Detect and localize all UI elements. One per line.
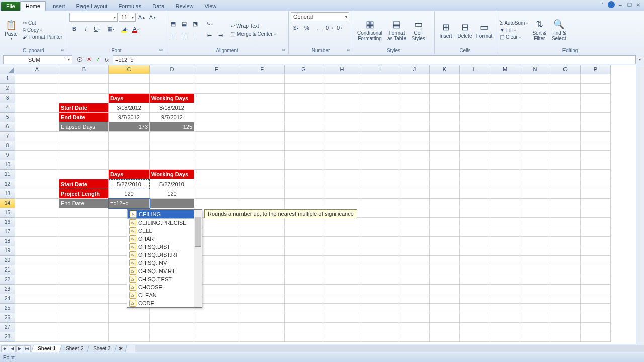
col-header-M[interactable]: M (490, 65, 520, 74)
cell-A23[interactable] (15, 285, 59, 294)
cell-J2[interactable] (399, 84, 430, 94)
cell-A25[interactable] (15, 304, 59, 313)
cell-F3[interactable] (239, 94, 285, 103)
cell-J17[interactable] (399, 227, 430, 237)
cell-F8[interactable] (239, 141, 285, 151)
cell-N15[interactable] (520, 208, 550, 218)
cell-N8[interactable] (520, 141, 550, 151)
cell-H10[interactable] (323, 160, 361, 170)
cell-K10[interactable] (430, 160, 460, 170)
row-header-23[interactable]: 23 (0, 285, 15, 294)
cell-A17[interactable] (15, 227, 59, 237)
cell-H21[interactable] (323, 265, 361, 275)
cell-L16[interactable] (460, 218, 490, 227)
name-box-dropdown[interactable]: ▾ (65, 57, 72, 62)
cell-A2[interactable] (15, 84, 59, 94)
cell-O13[interactable] (550, 189, 581, 199)
cell-K24[interactable] (430, 294, 460, 304)
cell-J3[interactable] (399, 94, 430, 103)
cell-P12[interactable] (581, 179, 611, 189)
cell-E26[interactable] (194, 313, 239, 323)
col-header-N[interactable]: N (520, 65, 550, 74)
row-header-11[interactable]: 11 (0, 170, 15, 179)
cell-B7[interactable] (59, 132, 109, 141)
row-header-19[interactable]: 19 (0, 246, 15, 256)
cell-O24[interactable] (550, 294, 581, 304)
cell-C11[interactable]: Days (109, 170, 150, 179)
cell-H27[interactable] (323, 323, 361, 332)
cell-B15[interactable] (59, 208, 109, 218)
cell-B27[interactable] (59, 323, 109, 332)
cell-B8[interactable] (59, 141, 109, 151)
cell-L19[interactable] (460, 246, 490, 256)
cell-H6[interactable] (323, 122, 361, 132)
cell-B16[interactable] (59, 218, 109, 227)
cell-O26[interactable] (550, 313, 581, 323)
cell-H2[interactable] (323, 84, 361, 94)
cell-I19[interactable] (361, 246, 399, 256)
format-as-table-button[interactable]: ▤Formatas Table (385, 17, 408, 42)
cell-L26[interactable] (460, 313, 490, 323)
row-header-3[interactable]: 3 (0, 94, 15, 103)
cell-B21[interactable] (59, 265, 109, 275)
sheet-nav-next[interactable]: ▶ (16, 345, 23, 352)
cell-C7[interactable] (109, 132, 150, 141)
autocomplete-item[interactable]: fxCHISQ.INV.RT (127, 267, 202, 275)
cell-P5[interactable] (581, 113, 611, 122)
tab-formulas[interactable]: Formulas (113, 1, 147, 11)
format-cells-button[interactable]: ▭Format (475, 20, 494, 40)
autocomplete-item[interactable]: fxCELL (127, 227, 202, 235)
cell-N2[interactable] (520, 84, 550, 94)
cell-O8[interactable] (550, 141, 581, 151)
cell-F27[interactable] (239, 323, 285, 332)
cell-A6[interactable] (15, 122, 59, 132)
cell-D7[interactable] (150, 132, 194, 141)
col-header-O[interactable]: O (550, 65, 581, 74)
cell-B23[interactable] (59, 285, 109, 294)
new-sheet-button[interactable]: ✱ (114, 345, 127, 352)
cell-C1[interactable] (109, 74, 150, 84)
insert-function-button[interactable]: fx (103, 56, 111, 64)
cell-E9[interactable] (194, 151, 239, 160)
cell-N22[interactable] (520, 275, 550, 285)
merge-center-button[interactable]: ⬚Merge & Center▾ (229, 31, 277, 37)
cell-D4[interactable]: 3/18/2012 (150, 103, 194, 113)
cell-N28[interactable] (520, 332, 550, 342)
cell-C13[interactable]: 120 (109, 189, 150, 199)
font-color-button[interactable]: A▾ (131, 24, 141, 34)
cell-L10[interactable] (460, 160, 490, 170)
cell-O21[interactable] (550, 265, 581, 275)
cell-K22[interactable] (430, 275, 460, 285)
cell-C10[interactable] (109, 160, 150, 170)
cell-L15[interactable] (460, 208, 490, 218)
cell-F26[interactable] (239, 313, 285, 323)
cell-J26[interactable] (399, 313, 430, 323)
cell-M12[interactable] (490, 179, 520, 189)
font-face-select[interactable] (69, 13, 118, 22)
cell-L22[interactable] (460, 275, 490, 285)
col-header-C[interactable]: C (109, 65, 150, 74)
cell-O2[interactable] (550, 84, 581, 94)
cell-I4[interactable] (361, 103, 399, 113)
cell-A11[interactable] (15, 170, 59, 179)
cell-L5[interactable] (460, 113, 490, 122)
cell-C3[interactable]: Days (109, 94, 150, 103)
cell-L28[interactable] (460, 332, 490, 342)
cell-I23[interactable] (361, 285, 399, 294)
cell-N12[interactable] (520, 179, 550, 189)
cell-M11[interactable] (490, 170, 520, 179)
window-close-icon[interactable]: ✕ (635, 1, 642, 8)
cell-M21[interactable] (490, 265, 520, 275)
cut-button[interactable]: ✂Cut (21, 20, 64, 26)
cell-N11[interactable] (520, 170, 550, 179)
cell-A21[interactable] (15, 265, 59, 275)
cell-O18[interactable] (550, 237, 581, 246)
cell-M16[interactable] (490, 218, 520, 227)
cell-E14[interactable] (194, 199, 239, 208)
cell-O12[interactable] (550, 179, 581, 189)
cell-B11[interactable] (59, 170, 109, 179)
cell-P18[interactable] (581, 237, 611, 246)
cell-C26[interactable] (109, 313, 150, 323)
row-header-27[interactable]: 27 (0, 323, 15, 332)
row-header-21[interactable]: 21 (0, 265, 15, 275)
